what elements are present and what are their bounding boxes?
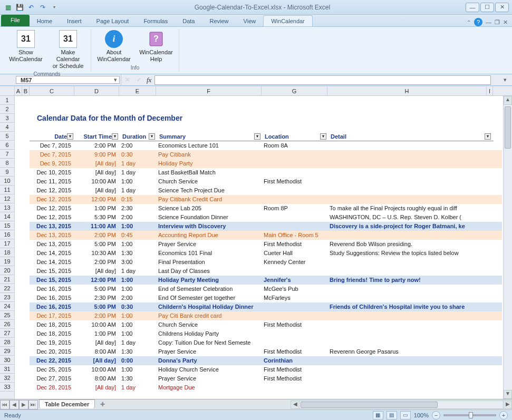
cell[interactable]: Economics Lecture 101	[156, 142, 262, 149]
cell[interactable]: First Methodist	[262, 178, 327, 184]
cell[interactable]: Last BasketBall Match	[156, 169, 262, 175]
formula-input[interactable]	[154, 75, 491, 85]
cell[interactable]: Last Day of Classes	[156, 268, 262, 274]
cell[interactable]: [All day]	[74, 357, 119, 364]
cell[interactable]: Dec 14, 2015	[30, 259, 74, 265]
table-row[interactable]: Dec 25, 201510:00 AM1:00Holiday Church S…	[30, 365, 502, 374]
row-header[interactable]: 13	[0, 203, 14, 212]
workbook-minimize-icon[interactable]: ―	[486, 19, 491, 25]
cell[interactable]: 0:15	[119, 196, 156, 202]
table-row[interactable]: Dec 13, 201511:00 AM1:00Interview with D…	[30, 222, 502, 231]
ribbon-tab[interactable]: Data	[175, 16, 202, 26]
row-header[interactable]: 7	[0, 150, 14, 159]
cell[interactable]: [All day]	[74, 268, 119, 274]
cell[interactable]: [All day]	[74, 384, 119, 390]
name-box[interactable]: M57	[16, 77, 112, 83]
cell[interactable]: Dec 12, 2015	[30, 187, 74, 193]
table-row[interactable]: Dec 16, 20155:00 PM1:00End of Semester C…	[30, 285, 502, 294]
col-header[interactable]: A	[15, 86, 22, 95]
cell[interactable]: Childrens Holiday Party	[156, 330, 262, 337]
cancel-formula-icon[interactable]: ✕	[121, 76, 133, 83]
scroll-down-icon[interactable]: ▼	[504, 390, 512, 399]
fx-icon[interactable]: fx	[144, 76, 153, 84]
cell[interactable]: Science Lab 205	[156, 205, 262, 211]
cell[interactable]: 2:00 PM	[74, 142, 119, 149]
cell[interactable]: 10:00 AM	[74, 366, 119, 373]
cell[interactable]: 1 day	[119, 169, 156, 175]
ribbon-tab[interactable]: Home	[30, 16, 60, 26]
save-icon[interactable]: 💾	[15, 3, 24, 12]
ribbon-tab[interactable]: Formulas	[136, 16, 175, 26]
cell[interactable]: WASHINGTON, DC – U.S. Rep. Steven D. Kol…	[327, 214, 470, 220]
cell[interactable]: Dec 15, 2015	[30, 268, 74, 274]
row-header[interactable]: 33	[0, 383, 14, 392]
row-header[interactable]: 29	[0, 347, 14, 356]
cell[interactable]: First Methodist	[262, 366, 327, 373]
cell[interactable]: 0:00	[119, 357, 156, 364]
cell[interactable]: Dec 9, 2015	[30, 160, 74, 167]
table-row[interactable]: Dec 17, 20152:00 PM1:00Pay Citi Bank cre…	[30, 311, 502, 320]
filter-dropdown-icon[interactable]: ▾	[254, 133, 260, 140]
cell[interactable]: 1 day	[119, 160, 156, 167]
cell[interactable]: Cueter Hall	[262, 250, 327, 256]
row-header[interactable]: 9	[0, 168, 14, 177]
cell[interactable]: 1:00	[119, 312, 156, 319]
cell[interactable]: Dec 7, 2015	[30, 142, 74, 149]
cell[interactable]: Dec 22, 2015	[30, 357, 74, 364]
cell[interactable]: 10:30 AM	[74, 250, 119, 256]
row-header[interactable]: 1	[0, 96, 14, 105]
row-header[interactable]: 2	[0, 105, 14, 114]
cell[interactable]: 2:00 PM	[74, 259, 119, 265]
cell[interactable]: 1 day	[119, 187, 156, 193]
page-layout-view-icon[interactable]: ▤	[387, 411, 397, 419]
sheet-nav-next-icon[interactable]: ▶	[19, 400, 28, 409]
table-row[interactable]: Dec 16, 20155:00 PM0:30Childern's Hospit…	[30, 302, 502, 311]
cell[interactable]: End Of Semester get together	[156, 295, 262, 301]
qat-dropdown-icon[interactable]: ▾	[50, 3, 59, 12]
filter-dropdown-icon[interactable]: ▾	[67, 133, 73, 140]
table-row[interactable]: Dec 7, 20159:00 PM0:30Pay Citibank	[30, 150, 502, 159]
close-button[interactable]: ✕	[495, 3, 509, 12]
row-header[interactable]: 19	[0, 257, 14, 266]
cell[interactable]: Dec 20, 2015	[30, 348, 74, 355]
cell[interactable]: 1:00	[119, 241, 156, 247]
maximize-button[interactable]: ☐	[480, 3, 494, 12]
ribbon-tab[interactable]: Insert	[60, 16, 89, 26]
table-row[interactable]: Dec 12, 20155:30 PM2:00Science Foundatio…	[30, 213, 502, 222]
cell[interactable]: Prayer Service	[156, 348, 262, 355]
table-row[interactable]: Dec 14, 201510:30 AM1:30Economics 101 Fi…	[30, 249, 502, 258]
cell[interactable]: Pay Citi Bank credit card	[156, 312, 262, 319]
cell[interactable]: 0:45	[119, 232, 156, 238]
row-header[interactable]: 16	[0, 230, 14, 239]
table-row[interactable]: Dec 7, 20152:00 PM2:00Economics Lecture …	[30, 141, 502, 150]
name-box-dropdown-icon[interactable]: ▾	[112, 76, 119, 83]
row-header[interactable]: 12	[0, 194, 14, 203]
cell[interactable]: Final Presentation	[156, 259, 262, 265]
cell[interactable]: Pay Citibank Credit Card	[156, 196, 262, 202]
row-header[interactable]: 5	[0, 132, 14, 141]
cell[interactable]: 1:30	[119, 250, 156, 256]
ribbon-tab[interactable]: View	[236, 16, 264, 26]
row-header[interactable]: 24	[0, 302, 14, 311]
row-header[interactable]: 31	[0, 365, 14, 374]
scroll-up-icon[interactable]: ▲	[504, 96, 512, 105]
ribbon-button[interactable]: iAboutWinCalendar	[95, 30, 132, 64]
cell[interactable]: Church Service	[156, 321, 262, 328]
filter-dropdown-icon[interactable]: ▾	[320, 133, 326, 140]
cell[interactable]: Dec 18, 2015	[30, 330, 74, 337]
cell[interactable]: Childern's Hospital Holiday Dinner	[156, 304, 262, 310]
formula-expand-icon[interactable]: ▾	[501, 76, 509, 83]
cell[interactable]: 2:00	[119, 142, 156, 149]
cell[interactable]: 1:00	[119, 321, 156, 328]
cell[interactable]: Dec 18, 2015	[30, 321, 74, 328]
row-header[interactable]: 18	[0, 248, 14, 257]
row-header[interactable]: 6	[0, 141, 14, 150]
cell[interactable]: Dec 12, 2015	[30, 205, 74, 211]
cell[interactable]: Prayer Service	[156, 241, 262, 247]
table-row[interactable]: Dec 16, 20152:30 PM2:00End Of Semester g…	[30, 294, 502, 302]
zoom-knob[interactable]	[469, 412, 473, 418]
row-header[interactable]: 25	[0, 311, 14, 320]
cell[interactable]: Science Tech Project Due	[156, 187, 262, 193]
cell[interactable]: 1 day	[119, 268, 156, 274]
table-row[interactable]: Dec 13, 20155:00 PM1:00Prayer ServiceFir…	[30, 240, 502, 249]
